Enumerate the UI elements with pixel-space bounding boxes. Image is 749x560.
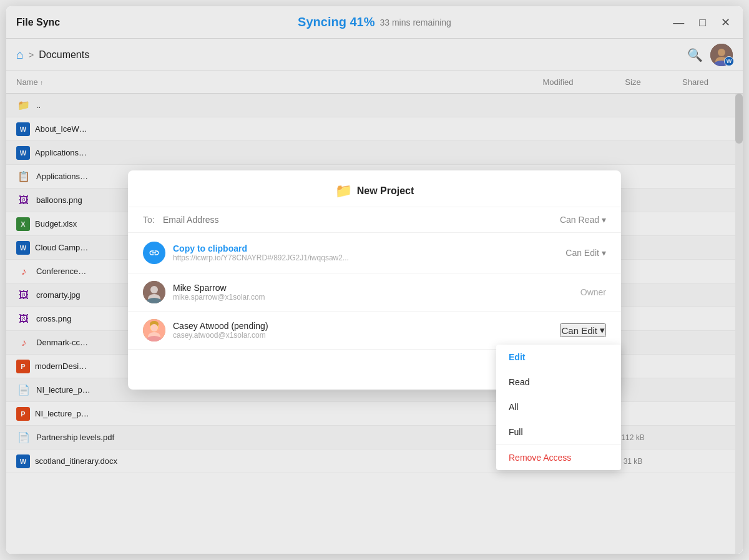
modal-folder-icon: 📁: [335, 183, 352, 199]
dropdown-item-all[interactable]: All: [496, 395, 621, 420]
to-row: To: Can Read ▾: [128, 207, 621, 233]
to-label: To:: [143, 215, 158, 225]
casey-atwood-row: Casey Atwood (pending) casey.atwood@x1so…: [128, 312, 621, 350]
copy-link-text[interactable]: Copy to clipboard: [173, 243, 558, 253]
casey-info: Casey Atwood (pending) casey.atwood@x1so…: [173, 321, 552, 340]
permission-dropdown-menu: Edit Read All Full Remove Access: [496, 345, 621, 470]
casey-can-edit-label: Can Edit: [561, 325, 597, 336]
email-input[interactable]: [163, 215, 555, 225]
dropdown-item-full[interactable]: Full: [496, 420, 621, 445]
mike-avatar: [143, 281, 165, 303]
casey-can-edit-chevron-icon: ▾: [600, 325, 605, 336]
copy-url: https://icwrp.io/Y78CNAYRD#/892JG2J1/iwq…: [173, 253, 558, 262]
casey-can-edit-dropdown-button[interactable]: Can Edit ▾: [560, 323, 606, 337]
can-edit-link-label: Can Edit: [565, 248, 599, 258]
can-read-dropdown-button[interactable]: Can Read ▾: [560, 215, 606, 225]
can-read-chevron-icon: ▾: [602, 215, 606, 225]
mike-sparrow-row: Mike Sparrow mike.sparrow@x1solar.com Ow…: [128, 273, 621, 312]
modal-header: 📁 New Project: [128, 170, 621, 207]
svg-point-11: [150, 324, 158, 332]
dropdown-item-read[interactable]: Read: [496, 370, 621, 395]
casey-name: Casey Atwood (pending): [173, 321, 552, 331]
modal-overlay: 📁 New Project To: Can Read ▾: [6, 6, 743, 554]
casey-avatar: [143, 319, 165, 341]
mike-name: Mike Sparrow: [173, 283, 573, 293]
mike-role: Owner: [580, 287, 606, 297]
svg-point-5: [150, 286, 158, 293]
casey-atwood-row-container: Casey Atwood (pending) casey.atwood@x1so…: [128, 312, 621, 350]
copy-link-row: Copy to clipboard https://icwrp.io/Y78CN…: [128, 233, 621, 273]
can-edit-link-dropdown-button[interactable]: Can Edit ▾: [565, 248, 606, 258]
dropdown-item-remove-access[interactable]: Remove Access: [496, 445, 621, 470]
copy-link-info: Copy to clipboard https://icwrp.io/Y78CN…: [173, 243, 558, 262]
copy-link-icon: [143, 242, 165, 264]
can-edit-link-chevron-icon: ▾: [602, 248, 606, 258]
dropdown-item-edit[interactable]: Edit: [496, 345, 621, 370]
can-read-label: Can Read: [560, 215, 599, 225]
share-modal: 📁 New Project To: Can Read ▾: [128, 170, 621, 390]
casey-email: casey.atwood@x1solar.com: [173, 331, 552, 340]
main-window: File Sync Syncing 41% 33 mins remaining …: [6, 6, 743, 554]
mike-email: mike.sparrow@x1solar.com: [173, 293, 573, 302]
mike-info: Mike Sparrow mike.sparrow@x1solar.com: [173, 283, 573, 302]
modal-title: New Project: [357, 185, 414, 197]
